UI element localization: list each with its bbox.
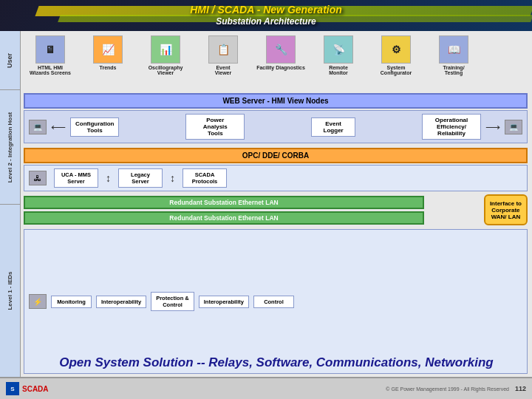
user-label: User xyxy=(0,31,20,90)
interoperability-box-2: Interoperability xyxy=(199,296,249,308)
protection-control-box: Protection &Control xyxy=(151,292,194,311)
monitoring-box: Monitoring xyxy=(51,296,92,308)
footer-logo: S xyxy=(6,382,19,395)
bottom-text: Open System Solution -- Relays, Software… xyxy=(21,355,532,371)
facility-icon: 🔧 xyxy=(266,35,296,64)
header: HMI / SCADA - New Generation Substation … xyxy=(0,0,532,31)
scada-protocols-box: SCADAProtocols xyxy=(183,168,227,188)
uca-mms-box: UCA - MMSServer xyxy=(54,168,98,188)
icon-facility: 🔧 Facility Diagnostics xyxy=(254,35,307,70)
interoperability-box-1: Interoperability xyxy=(96,296,146,308)
lan-section: Redundant Substation Ethernet LAN Redund… xyxy=(24,194,528,226)
level-labels: User Level 2 - Integration Host Level 1 … xyxy=(0,31,21,377)
server-icon-1: 🖧 xyxy=(29,171,47,185)
arrow-1: ⟵ xyxy=(51,121,66,133)
system-config-icon: ⚙ xyxy=(381,35,411,64)
legacy-server-box: LegacyServer xyxy=(118,168,163,188)
footer-page-number: 112 xyxy=(515,385,526,392)
ied-row: ⚡ Monitoring Interoperability Protection… xyxy=(24,229,528,374)
header-title: HMI / SCADA - New Generation Substation … xyxy=(190,4,342,27)
footer-info: © GE Power Management 1999 - All Rights … xyxy=(386,386,509,392)
icon-system-config: ⚙ SystemConfigurator xyxy=(369,35,423,75)
html-hmi-icon: 🖥 xyxy=(35,35,65,64)
arrow-2: ⟶ xyxy=(485,121,500,133)
trends-icon: 📈 xyxy=(93,35,123,64)
icon-remote: 📡 RemoteMonitor xyxy=(312,35,365,75)
icon-trends: 📈 Trends xyxy=(81,35,134,70)
arrow-down-2: ↕ xyxy=(170,172,175,184)
icon-html-hmi: 🖥 HTML HMIWizards Screens xyxy=(24,35,77,75)
top-icons-row: 🖥 HTML HMIWizards Screens 📈 Trends 📊 Osc… xyxy=(24,34,528,90)
web-server-bar: WEB Server - HMI View Nodes xyxy=(24,93,528,109)
control-box: Control xyxy=(253,296,294,308)
icon-oscillography: 📊 OscillographyViewer xyxy=(139,35,192,75)
remote-monitor-icon: 📡 xyxy=(324,35,353,64)
oscillography-icon: 📊 xyxy=(151,35,180,64)
icon-training: 📖 Training/Testing xyxy=(427,35,480,75)
training-icon: 📖 xyxy=(439,35,468,64)
ied-icon: ⚡ xyxy=(29,294,47,309)
icon-event-viewer: 📋 EventViewer xyxy=(197,35,250,75)
integration-label: Level 2 - Integration Host xyxy=(0,90,20,205)
power-analysis-box: PowerAnalysisTools xyxy=(185,114,245,140)
event-viewer-icon: 📋 xyxy=(208,35,238,64)
computer-icon-2: 💻 xyxy=(505,120,522,134)
hmi-nodes-row: 💻 ⟵ ConfigurationTools PowerAnalysisTool… xyxy=(24,110,528,143)
arrow-down-1: ↕ xyxy=(106,172,111,184)
lan-bar-2: Redundant Substation Ethernet LAN xyxy=(24,211,424,225)
event-logger-box: EventLogger xyxy=(311,117,355,137)
header-line1: HMI / SCADA - New Generation xyxy=(190,4,342,16)
opc-bar: OPC/ DDE/ CORBA xyxy=(24,148,528,163)
footer-scada: S SCADA xyxy=(6,382,49,395)
ieds-label: Level 1 - IEDs xyxy=(0,205,20,377)
computer-icon-1: 💻 xyxy=(29,120,47,134)
lan-bar-1: Redundant Substation Ethernet LAN xyxy=(24,196,424,209)
operational-box: OperationalEfficiency/Reliability xyxy=(422,114,481,140)
server-row: 🖧 UCA - MMSServer ↕ LegacyServer ↕ SCADA… xyxy=(24,165,528,191)
footer: S SCADA © GE Power Management 1999 - All… xyxy=(0,377,532,399)
interface-box: Interface toCorporateWAN/ LAN xyxy=(484,194,528,225)
config-tools-box: ConfigurationTools xyxy=(70,117,119,137)
diagram-content: 🖥 HTML HMIWizards Screens 📈 Trends 📊 Osc… xyxy=(21,31,532,377)
main-content: User Level 2 - Integration Host Level 1 … xyxy=(0,31,532,377)
header-line2: Substation Architecture xyxy=(190,16,342,27)
